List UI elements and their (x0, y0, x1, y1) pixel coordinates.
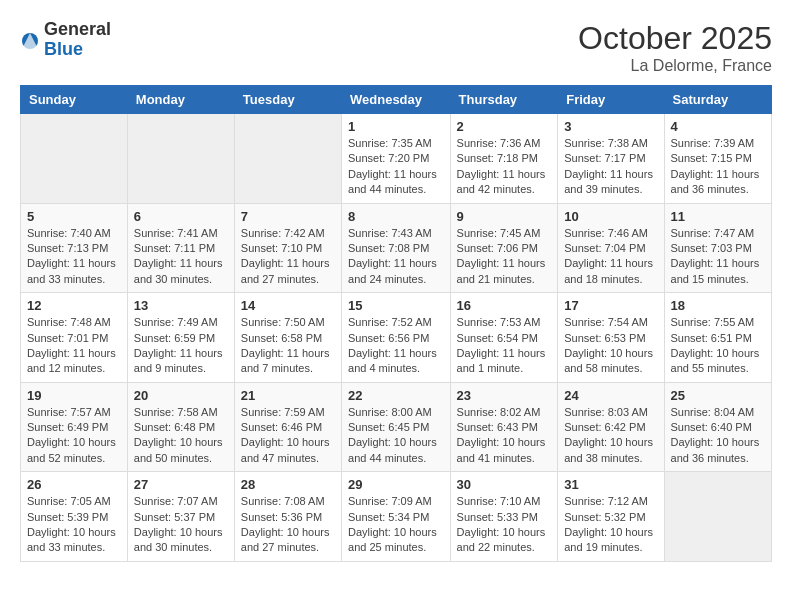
day-info: Sunrise: 7:42 AM Sunset: 7:10 PM Dayligh… (241, 226, 335, 288)
calendar-day-header: Friday (558, 86, 664, 114)
calendar-week-row: 1Sunrise: 7:35 AM Sunset: 7:20 PM Daylig… (21, 114, 772, 204)
day-number: 4 (671, 119, 765, 134)
day-number: 6 (134, 209, 228, 224)
day-info: Sunrise: 7:55 AM Sunset: 6:51 PM Dayligh… (671, 315, 765, 377)
day-info: Sunrise: 8:04 AM Sunset: 6:40 PM Dayligh… (671, 405, 765, 467)
day-number: 12 (27, 298, 121, 313)
day-info: Sunrise: 7:40 AM Sunset: 7:13 PM Dayligh… (27, 226, 121, 288)
day-number: 1 (348, 119, 444, 134)
calendar-cell: 10Sunrise: 7:46 AM Sunset: 7:04 PM Dayli… (558, 203, 664, 293)
calendar-cell: 28Sunrise: 7:08 AM Sunset: 5:36 PM Dayli… (234, 472, 341, 562)
day-number: 30 (457, 477, 552, 492)
day-info: Sunrise: 7:38 AM Sunset: 7:17 PM Dayligh… (564, 136, 657, 198)
day-info: Sunrise: 7:50 AM Sunset: 6:58 PM Dayligh… (241, 315, 335, 377)
day-number: 13 (134, 298, 228, 313)
calendar-cell: 14Sunrise: 7:50 AM Sunset: 6:58 PM Dayli… (234, 293, 341, 383)
day-info: Sunrise: 7:36 AM Sunset: 7:18 PM Dayligh… (457, 136, 552, 198)
calendar-cell: 25Sunrise: 8:04 AM Sunset: 6:40 PM Dayli… (664, 382, 771, 472)
day-info: Sunrise: 7:58 AM Sunset: 6:48 PM Dayligh… (134, 405, 228, 467)
calendar-week-row: 12Sunrise: 7:48 AM Sunset: 7:01 PM Dayli… (21, 293, 772, 383)
day-info: Sunrise: 7:05 AM Sunset: 5:39 PM Dayligh… (27, 494, 121, 556)
day-info: Sunrise: 7:53 AM Sunset: 6:54 PM Dayligh… (457, 315, 552, 377)
day-number: 15 (348, 298, 444, 313)
day-number: 17 (564, 298, 657, 313)
day-number: 31 (564, 477, 657, 492)
day-info: Sunrise: 7:08 AM Sunset: 5:36 PM Dayligh… (241, 494, 335, 556)
logo-text: General Blue (44, 20, 111, 60)
calendar-cell: 5Sunrise: 7:40 AM Sunset: 7:13 PM Daylig… (21, 203, 128, 293)
day-info: Sunrise: 8:02 AM Sunset: 6:43 PM Dayligh… (457, 405, 552, 467)
calendar-header-row: SundayMondayTuesdayWednesdayThursdayFrid… (21, 86, 772, 114)
calendar-cell: 22Sunrise: 8:00 AM Sunset: 6:45 PM Dayli… (342, 382, 451, 472)
day-number: 28 (241, 477, 335, 492)
logo-general: General (44, 20, 111, 40)
day-number: 25 (671, 388, 765, 403)
calendar-cell: 18Sunrise: 7:55 AM Sunset: 6:51 PM Dayli… (664, 293, 771, 383)
calendar-cell: 7Sunrise: 7:42 AM Sunset: 7:10 PM Daylig… (234, 203, 341, 293)
calendar-cell: 24Sunrise: 8:03 AM Sunset: 6:42 PM Dayli… (558, 382, 664, 472)
title-block: October 2025 La Delorme, France (578, 20, 772, 75)
calendar-cell: 3Sunrise: 7:38 AM Sunset: 7:17 PM Daylig… (558, 114, 664, 204)
day-info: Sunrise: 7:54 AM Sunset: 6:53 PM Dayligh… (564, 315, 657, 377)
day-number: 29 (348, 477, 444, 492)
calendar-cell: 19Sunrise: 7:57 AM Sunset: 6:49 PM Dayli… (21, 382, 128, 472)
day-info: Sunrise: 7:12 AM Sunset: 5:32 PM Dayligh… (564, 494, 657, 556)
day-number: 23 (457, 388, 552, 403)
calendar-cell: 30Sunrise: 7:10 AM Sunset: 5:33 PM Dayli… (450, 472, 558, 562)
calendar-cell: 6Sunrise: 7:41 AM Sunset: 7:11 PM Daylig… (127, 203, 234, 293)
calendar-cell: 11Sunrise: 7:47 AM Sunset: 7:03 PM Dayli… (664, 203, 771, 293)
day-info: Sunrise: 8:00 AM Sunset: 6:45 PM Dayligh… (348, 405, 444, 467)
logo-icon (20, 31, 40, 51)
calendar-cell: 15Sunrise: 7:52 AM Sunset: 6:56 PM Dayli… (342, 293, 451, 383)
day-number: 14 (241, 298, 335, 313)
day-info: Sunrise: 7:57 AM Sunset: 6:49 PM Dayligh… (27, 405, 121, 467)
day-number: 27 (134, 477, 228, 492)
day-info: Sunrise: 7:10 AM Sunset: 5:33 PM Dayligh… (457, 494, 552, 556)
calendar-cell: 8Sunrise: 7:43 AM Sunset: 7:08 PM Daylig… (342, 203, 451, 293)
calendar-table: SundayMondayTuesdayWednesdayThursdayFrid… (20, 85, 772, 562)
calendar-cell: 20Sunrise: 7:58 AM Sunset: 6:48 PM Dayli… (127, 382, 234, 472)
calendar-cell: 1Sunrise: 7:35 AM Sunset: 7:20 PM Daylig… (342, 114, 451, 204)
logo-blue: Blue (44, 40, 111, 60)
calendar-day-header: Thursday (450, 86, 558, 114)
calendar-cell: 13Sunrise: 7:49 AM Sunset: 6:59 PM Dayli… (127, 293, 234, 383)
calendar-day-header: Monday (127, 86, 234, 114)
calendar-week-row: 5Sunrise: 7:40 AM Sunset: 7:13 PM Daylig… (21, 203, 772, 293)
calendar-cell (21, 114, 128, 204)
day-number: 19 (27, 388, 121, 403)
day-number: 2 (457, 119, 552, 134)
day-info: Sunrise: 7:35 AM Sunset: 7:20 PM Dayligh… (348, 136, 444, 198)
day-number: 18 (671, 298, 765, 313)
calendar-cell: 16Sunrise: 7:53 AM Sunset: 6:54 PM Dayli… (450, 293, 558, 383)
day-number: 8 (348, 209, 444, 224)
calendar-cell: 17Sunrise: 7:54 AM Sunset: 6:53 PM Dayli… (558, 293, 664, 383)
calendar-day-header: Saturday (664, 86, 771, 114)
logo: General Blue (20, 20, 111, 60)
day-info: Sunrise: 7:39 AM Sunset: 7:15 PM Dayligh… (671, 136, 765, 198)
day-number: 11 (671, 209, 765, 224)
day-number: 21 (241, 388, 335, 403)
day-info: Sunrise: 7:52 AM Sunset: 6:56 PM Dayligh… (348, 315, 444, 377)
day-info: Sunrise: 7:48 AM Sunset: 7:01 PM Dayligh… (27, 315, 121, 377)
page-header: General Blue October 2025 La Delorme, Fr… (20, 20, 772, 75)
day-number: 24 (564, 388, 657, 403)
calendar-day-header: Wednesday (342, 86, 451, 114)
calendar-week-row: 26Sunrise: 7:05 AM Sunset: 5:39 PM Dayli… (21, 472, 772, 562)
month-title: October 2025 (578, 20, 772, 57)
day-number: 9 (457, 209, 552, 224)
calendar-cell (234, 114, 341, 204)
day-number: 5 (27, 209, 121, 224)
calendar-day-header: Sunday (21, 86, 128, 114)
calendar-cell (664, 472, 771, 562)
day-number: 10 (564, 209, 657, 224)
calendar-cell: 12Sunrise: 7:48 AM Sunset: 7:01 PM Dayli… (21, 293, 128, 383)
calendar-cell (127, 114, 234, 204)
day-info: Sunrise: 7:47 AM Sunset: 7:03 PM Dayligh… (671, 226, 765, 288)
calendar-cell: 21Sunrise: 7:59 AM Sunset: 6:46 PM Dayli… (234, 382, 341, 472)
day-info: Sunrise: 7:46 AM Sunset: 7:04 PM Dayligh… (564, 226, 657, 288)
day-info: Sunrise: 7:49 AM Sunset: 6:59 PM Dayligh… (134, 315, 228, 377)
day-info: Sunrise: 7:09 AM Sunset: 5:34 PM Dayligh… (348, 494, 444, 556)
day-info: Sunrise: 7:45 AM Sunset: 7:06 PM Dayligh… (457, 226, 552, 288)
calendar-cell: 27Sunrise: 7:07 AM Sunset: 5:37 PM Dayli… (127, 472, 234, 562)
calendar-cell: 4Sunrise: 7:39 AM Sunset: 7:15 PM Daylig… (664, 114, 771, 204)
